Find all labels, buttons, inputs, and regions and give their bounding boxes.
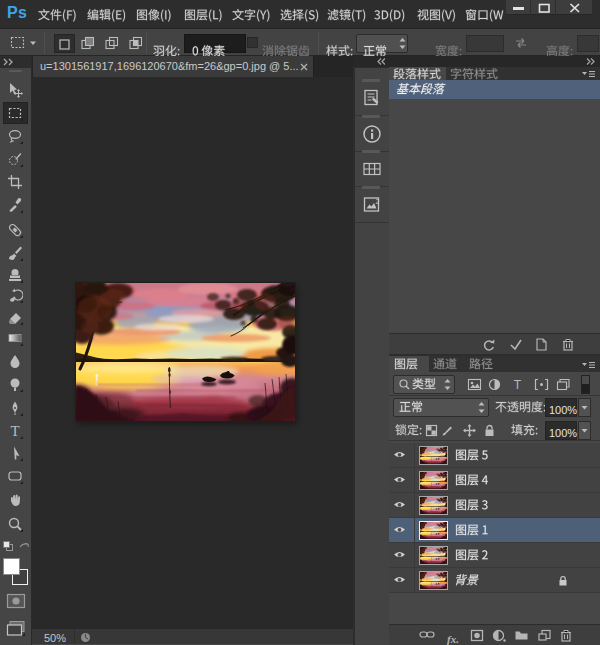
svg-text:T: T xyxy=(10,423,19,439)
svg-text:T: T xyxy=(514,378,522,391)
svg-text:2: 2 xyxy=(376,198,380,205)
